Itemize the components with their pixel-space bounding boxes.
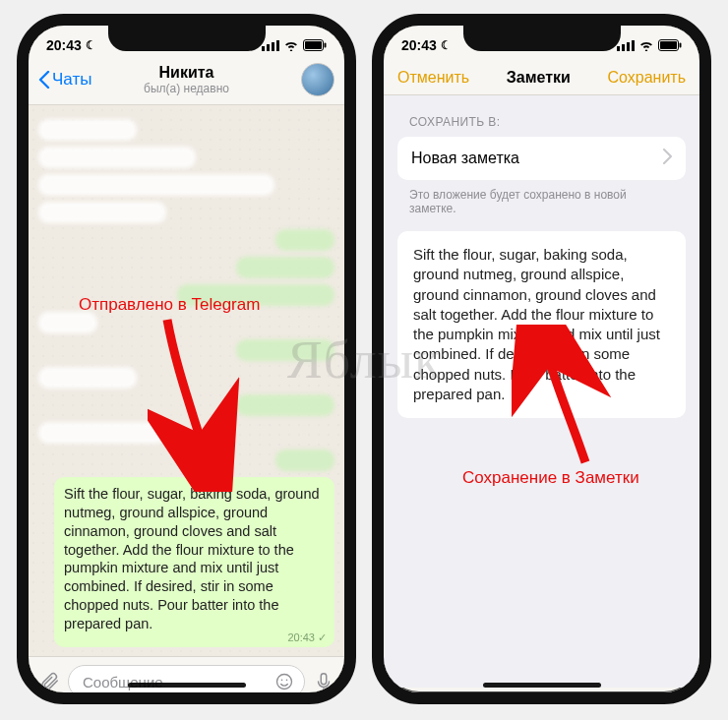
new-note-row[interactable]: Новая заметка: [397, 137, 686, 180]
save-in-label: СОХРАНИТЬ В:: [397, 109, 686, 137]
notes-title: Заметки: [507, 69, 571, 87]
chat-header: Чаты Никита был(а) недавно: [29, 59, 344, 105]
sent-message-bubble[interactable]: Sift the flour, sugar, baking soda, grou…: [54, 477, 334, 647]
svg-rect-9: [680, 43, 682, 48]
signal-icon: [617, 40, 635, 51]
dnd-moon-icon: ☾: [441, 38, 452, 52]
svg-rect-1: [305, 41, 322, 49]
notes-hint: Это вложение будет сохранено в новой зам…: [397, 180, 686, 231]
chevron-left-icon: [38, 71, 50, 89]
message-input[interactable]: Сообщение: [68, 665, 305, 698]
battery-icon: [303, 39, 327, 51]
notch: [108, 26, 266, 51]
status-time: 20:43: [401, 37, 437, 53]
phone-notes: 20:43 ☾ Отменить Заметки Сохранить СОХРА…: [372, 14, 711, 704]
svg-rect-2: [325, 43, 327, 48]
message-time: 20:43 ✓: [287, 630, 327, 644]
battery-icon: [658, 39, 682, 51]
status-time: 20:43: [46, 37, 82, 53]
save-button[interactable]: Сохранить: [607, 69, 686, 87]
dnd-moon-icon: ☾: [86, 38, 96, 52]
svg-point-4: [281, 680, 283, 682]
notes-body: СОХРАНИТЬ В: Новая заметка Это вложение …: [384, 95, 699, 688]
back-label: Чаты: [52, 70, 91, 90]
avatar[interactable]: [301, 63, 334, 96]
home-indicator[interactable]: [483, 683, 601, 688]
message-text: Sift the flour, sugar, baking soda, grou…: [64, 486, 320, 631]
svg-rect-6: [321, 674, 327, 685]
svg-point-5: [286, 680, 288, 682]
phone-telegram: 20:43 ☾ Чаты Никита был(а) недавно: [17, 14, 356, 704]
svg-point-3: [277, 675, 292, 690]
back-button[interactable]: Чаты: [38, 70, 91, 90]
notch: [463, 26, 621, 51]
wifi-icon: [638, 39, 654, 51]
signal-icon: [262, 40, 279, 51]
cancel-button[interactable]: Отменить: [397, 69, 469, 87]
new-note-label: Новая заметка: [411, 150, 519, 167]
notes-header: Отменить Заметки Сохранить: [384, 59, 699, 95]
attach-icon[interactable]: [38, 671, 60, 692]
svg-rect-8: [660, 41, 677, 49]
chevron-right-icon: [662, 149, 672, 168]
wifi-icon: [283, 39, 299, 51]
note-content[interactable]: Sift the flour, sugar, baking soda, grou…: [397, 231, 686, 418]
note-text: Sift the flour, sugar, baking soda, grou…: [413, 246, 660, 402]
chat-body[interactable]: Sift the flour, sugar, baking soda, grou…: [29, 105, 344, 656]
mic-icon[interactable]: [313, 671, 334, 692]
home-indicator[interactable]: [128, 683, 246, 688]
sticker-icon[interactable]: [274, 672, 294, 691]
input-bar: Сообщение: [29, 656, 344, 704]
